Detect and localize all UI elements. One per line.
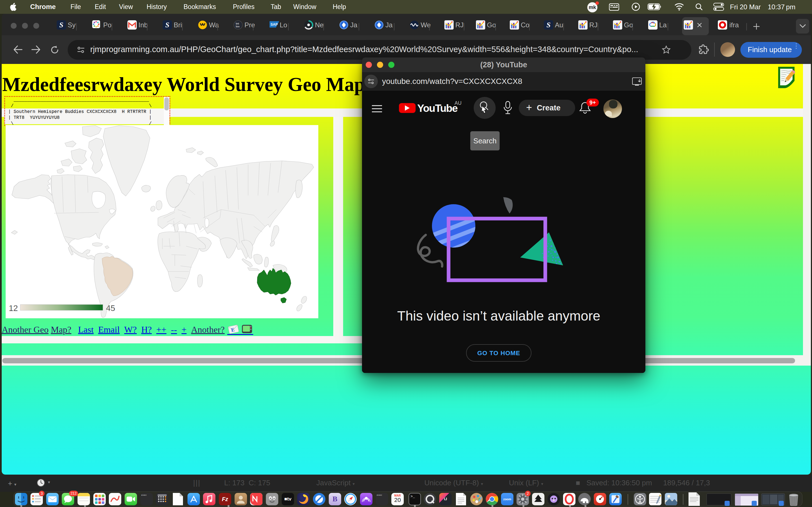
svg-text:45: 45 — [106, 304, 115, 313]
svg-text:SAP: SAP — [270, 22, 278, 26]
svg-text:12: 12 — [9, 304, 18, 313]
svg-text:box: box — [236, 25, 240, 28]
svg-text:brit: brit — [236, 22, 239, 25]
